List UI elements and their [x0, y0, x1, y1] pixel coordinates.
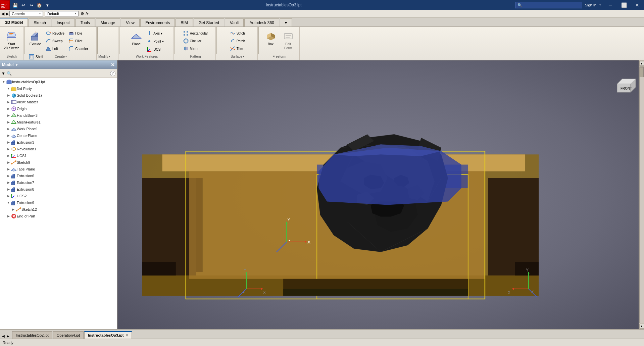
tree-expand[interactable]: ▼ — [1, 80, 6, 84]
save-btn[interactable]: 💾 — [11, 1, 19, 9]
arrow-left-btn[interactable]: ◀ — [1, 11, 4, 16]
viewport-scrollbar[interactable]: ▲ ▼ — [639, 60, 644, 329]
signin-btn[interactable]: Sign In — [585, 3, 596, 7]
tree-expand[interactable]: ▶ — [6, 214, 11, 218]
tree-item-ucs1[interactable]: ▶UCS1 — [0, 152, 117, 159]
tree-item-extrusion8[interactable]: ▶Extrusion8 — [0, 186, 117, 193]
search-box[interactable]: 🔍 — [515, 2, 582, 8]
box-btn[interactable]: Box — [263, 30, 279, 47]
tab-sketch[interactable]: Sketch — [29, 18, 51, 27]
patch-btn[interactable]: Patch — [228, 37, 247, 45]
tab-manage[interactable]: Manage — [96, 18, 120, 27]
tree-item-sketch12[interactable]: ▶Sketch12 — [0, 206, 117, 213]
tree-expand[interactable]: ▶ — [11, 208, 15, 211]
tree-expand[interactable]: ▶ — [6, 188, 11, 191]
tree-item-extrusion3[interactable]: ▶Extrusion3 — [0, 139, 117, 146]
trim-btn[interactable]: Trim — [228, 45, 245, 52]
tab-3d-model[interactable]: 3D Model — [0, 18, 28, 27]
model-panel-header[interactable]: Model ▾ ✕ — [0, 60, 117, 69]
tab-nav-right[interactable]: ▶ — [6, 334, 10, 339]
doc-tab-op4[interactable]: Operation4.ipt — [53, 331, 84, 339]
help-btn[interactable]: ? — [599, 3, 601, 7]
doc-tab-op3[interactable]: InstructablesOp3.ipt ✕ — [84, 331, 132, 339]
scroll-down-btn[interactable]: ▼ — [639, 324, 644, 329]
viewport[interactable]: Z Y X Z Y X Y — [117, 60, 644, 329]
tree-expand[interactable]: ▼ — [6, 87, 11, 90]
tab-extras[interactable]: ▾ — [280, 18, 292, 27]
tree-item-3rd-party[interactable]: ▼3rd Party — [0, 85, 117, 92]
rectangular-btn[interactable]: Rectangular — [182, 30, 210, 37]
tree-expand[interactable]: ▶ — [6, 141, 11, 144]
tree-expand[interactable]: ▶ — [6, 120, 11, 124]
minimize-btn[interactable]: ─ — [604, 0, 617, 10]
tree-expand[interactable]: ▶ — [6, 194, 11, 198]
tree-expand[interactable]: ▶ — [6, 147, 11, 151]
tree-expand[interactable]: ▶ — [6, 94, 11, 97]
tree-item-tabs-plane[interactable]: ▶Tabs Plane — [0, 166, 117, 172]
tree-expand[interactable]: ▶ — [6, 161, 11, 164]
tree-item-revolution1[interactable]: ▶Revolution1 — [0, 146, 117, 152]
extrude-btn[interactable]: Extrude — [27, 30, 43, 47]
tree-expand[interactable]: ▶ — [6, 154, 11, 157]
tree-item-extrusion6[interactable]: ▶Extrusion6 — [0, 172, 117, 179]
tree-item-workplane1[interactable]: ▶Work Plane1 — [0, 126, 117, 132]
close-btn[interactable]: ✕ — [631, 0, 644, 10]
tree-item-root[interactable]: ▼InstructablesOp3.ipt — [0, 79, 117, 85]
tree-item-centerplane[interactable]: ▶CenterPlane — [0, 132, 117, 139]
tree-expand[interactable]: ▶ — [6, 100, 11, 104]
chamfer-btn[interactable]: Chamfer — [67, 45, 90, 52]
tree-expand[interactable]: ▶ — [6, 134, 11, 137]
home-btn[interactable]: 🏠 — [36, 1, 43, 9]
tab-autodesk-360[interactable]: Autodesk 360 — [244, 18, 279, 27]
tab-bim[interactable]: BIM — [176, 18, 193, 27]
generic-dropdown[interactable]: Generic ▾ — [9, 11, 43, 16]
tree-item-view-master[interactable]: ▶View: Master — [0, 99, 117, 105]
sweep-btn[interactable]: Sweep — [44, 37, 66, 45]
fx-btn[interactable]: fx — [86, 11, 89, 16]
doc-tab-op2[interactable]: InstructablesOp2.ipt — [12, 331, 52, 339]
redo-btn[interactable]: ↪ — [28, 1, 35, 9]
tree-item-extrusion9[interactable]: ▼Extrusion9 — [0, 199, 117, 206]
search-tree-btn[interactable]: 🔍 — [7, 71, 12, 76]
tab-nav-left[interactable]: ◀ — [1, 334, 5, 339]
tab-get-started[interactable]: Get Started — [194, 18, 224, 27]
tree-item-origin[interactable]: ▶Origin — [0, 105, 117, 112]
point-btn[interactable]: Point ▾ — [145, 38, 165, 45]
tab-environments[interactable]: Environments — [140, 18, 175, 27]
tree-expand[interactable]: ▶ — [6, 167, 11, 171]
tree-expand[interactable]: ▶ — [6, 181, 11, 184]
panel-close-btn[interactable]: ✕ — [111, 62, 115, 67]
ucs-btn[interactable]: UCS — [145, 46, 165, 53]
maximize-btn[interactable]: ⬜ — [617, 0, 631, 10]
tree-expand[interactable]: ▶ — [6, 114, 11, 117]
tree-expand[interactable]: ▼ — [6, 201, 11, 204]
tab-vault[interactable]: Vault — [225, 18, 244, 27]
view-cube[interactable]: FRONT — [610, 67, 637, 94]
tree-item-ucs2[interactable]: ▶UCS2 — [0, 193, 117, 199]
plane-btn[interactable]: Plane — [128, 30, 144, 47]
start-2d-sketch-btn[interactable]: Start2D Sketch — [2, 30, 21, 52]
tree-item-meshfeature1[interactable]: ▶MeshFeature1 — [0, 119, 117, 126]
tree-expand[interactable]: ▶ — [6, 107, 11, 110]
default-dropdown[interactable]: Default ▾ — [45, 11, 79, 16]
help-model-btn[interactable]: ? — [110, 71, 115, 76]
tree-expand[interactable]: ▶ — [6, 127, 11, 131]
loft-btn[interactable]: Loft — [44, 45, 66, 52]
revolve-btn[interactable]: Revolve — [44, 30, 66, 37]
tab-op3-close[interactable]: ✕ — [126, 334, 128, 337]
tab-inspect[interactable]: Inspect — [52, 18, 75, 27]
tree-item-solid-bodies[interactable]: ▶Solid Bodies(1) — [0, 92, 117, 99]
filter-btn[interactable]: ▼ — [1, 71, 5, 76]
tree-expand[interactable]: ▶ — [6, 174, 11, 178]
arrow-right-btn[interactable]: ▶ — [6, 11, 9, 16]
more-btn[interactable]: ▾ — [44, 1, 51, 9]
mirror-btn[interactable]: Mirror — [182, 45, 200, 52]
options-btn[interactable]: ⚙ — [81, 11, 84, 16]
axis-btn[interactable]: Axis ▾ — [145, 30, 165, 37]
scroll-up-btn[interactable]: ▲ — [639, 61, 644, 66]
tab-view[interactable]: View — [121, 18, 140, 27]
undo-btn[interactable]: ↩ — [19, 1, 27, 9]
edit-form-btn[interactable]: EditForm — [280, 30, 296, 52]
tree-item-sketch9[interactable]: ▶Sketch9 — [0, 159, 117, 166]
tree-item-extrusion7[interactable]: ▶Extrusion7 — [0, 179, 117, 186]
